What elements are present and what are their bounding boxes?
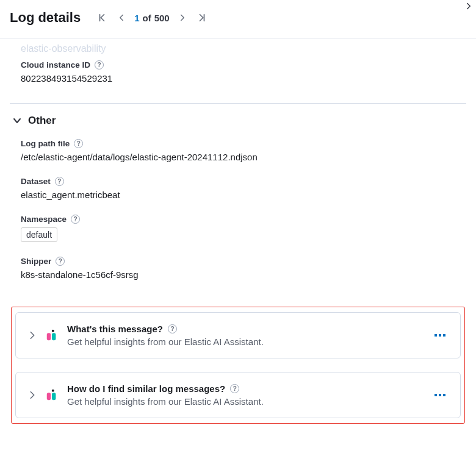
menu-dot-icon: [443, 334, 445, 337]
help-icon[interactable]: ?: [168, 324, 177, 333]
chevron-right-icon: [28, 391, 37, 399]
svg-point-0: [52, 330, 54, 332]
menu-dot-icon: [443, 394, 445, 396]
help-icon[interactable]: ?: [71, 215, 80, 224]
section-title: Other: [28, 115, 56, 127]
page-position: 1 of 500: [134, 13, 170, 23]
elastic-ai-icon: [45, 329, 59, 342]
field-value: k8s-standalone-1c56cf-9srsg: [21, 269, 455, 280]
svg-point-3: [52, 390, 54, 392]
elastic-ai-icon: [45, 388, 59, 402]
ai-card-similar-messages[interactable]: How do I find similar log messages? ? Ge…: [15, 372, 461, 418]
svg-rect-2: [52, 333, 56, 340]
menu-dot-icon: [439, 334, 441, 337]
field-value: 802238493154529231: [21, 73, 455, 84]
ai-card-subtitle: Get helpful insights from our Elastic AI…: [67, 337, 264, 347]
ai-card-menu-button[interactable]: [435, 334, 448, 337]
next-page-button[interactable]: [176, 11, 189, 24]
of-label: of: [142, 13, 151, 23]
chevron-right-icon: [28, 331, 37, 340]
ai-card-title: What's this message?: [67, 324, 163, 334]
first-page-button[interactable]: [95, 11, 109, 24]
truncated-prev-field: elastic-observability: [10, 38, 466, 54]
field-shipper: Shipper ? k8s-standalone-1c56cf-9srsg: [10, 251, 466, 288]
help-icon[interactable]: ?: [55, 177, 64, 186]
help-icon[interactable]: ?: [95, 60, 104, 69]
ai-card-whats-this-message[interactable]: What's this message? ? Get helpful insig…: [15, 312, 461, 358]
field-label: Dataset: [21, 177, 51, 186]
menu-dot-icon: [435, 334, 437, 337]
chevron-down-icon: [12, 116, 22, 126]
menu-dot-icon: [435, 394, 437, 396]
ai-card-menu-button[interactable]: [435, 394, 448, 396]
expand-flyout-icon[interactable]: [465, 1, 472, 12]
ai-card-subtitle: Get helpful insights from our Elastic AI…: [67, 396, 264, 407]
field-value: elastic_agent.metricbeat: [21, 190, 455, 200]
menu-dot-icon: [439, 394, 441, 396]
svg-rect-1: [47, 333, 51, 340]
field-label: Namespace: [21, 215, 67, 224]
pagination: 1 of 500: [95, 11, 209, 24]
section-other-header[interactable]: Other: [10, 104, 466, 133]
field-label: Cloud instance ID: [21, 60, 90, 69]
total-pages: 500: [154, 13, 170, 23]
svg-rect-4: [47, 393, 51, 400]
field-label: Log path file: [21, 139, 70, 148]
current-page: 1: [134, 13, 139, 23]
field-cloud-instance-id: Cloud instance ID ? 802238493154529231: [10, 54, 466, 92]
field-dataset: Dataset ? elastic_agent.metricbeat: [10, 171, 466, 208]
field-namespace: Namespace ? default: [10, 208, 466, 251]
namespace-badge[interactable]: default: [21, 227, 57, 242]
flyout-header: Log details 1 of 500: [0, 0, 476, 38]
field-log-path-file: Log path file ? /etc/elastic-agent/data/…: [10, 133, 466, 171]
help-icon[interactable]: ?: [230, 384, 239, 393]
ai-assist-highlight: What's this message? ? Get helpful insig…: [11, 307, 465, 424]
last-page-button[interactable]: [195, 11, 209, 24]
svg-rect-5: [52, 393, 56, 400]
prev-page-button[interactable]: [115, 11, 128, 24]
page-title: Log details: [10, 10, 81, 26]
ai-card-title: How do I find similar log messages?: [67, 383, 225, 394]
help-icon[interactable]: ?: [56, 257, 65, 266]
help-icon[interactable]: ?: [74, 139, 83, 148]
field-value: /etc/elastic-agent/data/logs/elastic-age…: [21, 152, 455, 162]
field-label: Shipper: [21, 257, 51, 266]
